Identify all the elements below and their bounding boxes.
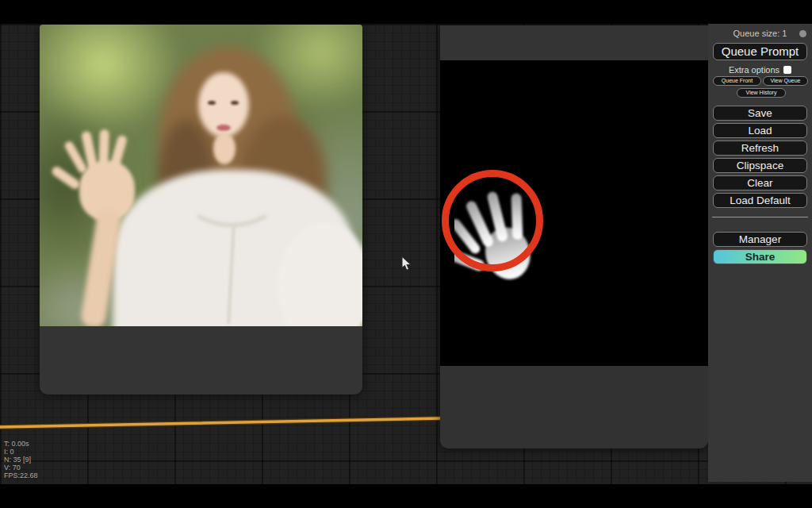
collar-lace (186, 171, 278, 227)
node-header (440, 25, 708, 60)
queue-front-button[interactable]: Queue Front (713, 76, 761, 86)
screen: T: 0.00s I: 0 N: 35 [9] V: 70 FPS:22.68 … (0, 0, 812, 508)
save-button[interactable]: Save (713, 106, 807, 121)
menu-divider (712, 217, 808, 217)
neck (213, 133, 236, 164)
load-default-button[interactable]: Load Default (713, 193, 807, 208)
extra-options-label: Extra options (729, 65, 779, 75)
clear-button[interactable]: Clear (713, 175, 807, 190)
eye (208, 101, 216, 105)
stat-fps: FPS:22.68 (4, 471, 38, 479)
lips (216, 125, 231, 131)
extra-options-row: Extra options (708, 65, 812, 75)
view-history-button[interactable]: View History (737, 88, 786, 98)
clipspace-button[interactable]: Clipspace (713, 158, 807, 173)
depth-preview-image (440, 60, 708, 366)
portrait-preview-image (40, 25, 362, 326)
menu-panel: Queue size: 1 Queue Prompt Extra options… (708, 24, 812, 482)
gear-icon[interactable] (799, 30, 806, 37)
perf-stats: T: 0.00s I: 0 N: 35 [9] V: 70 FPS:22.68 (4, 440, 38, 479)
node-canvas[interactable]: T: 0.00s I: 0 N: 35 [9] V: 70 FPS:22.68 (0, 24, 812, 484)
node-footer (40, 326, 362, 394)
view-queue-button[interactable]: View Queue (763, 76, 808, 86)
eye (231, 101, 239, 105)
letterbox-bottom (0, 484, 812, 508)
stat-version: V: 70 (4, 464, 38, 471)
image-node-portrait[interactable] (40, 25, 362, 394)
red-circle-annotation (442, 170, 543, 271)
stat-time: T: 0.00s (4, 440, 38, 448)
manager-button[interactable]: Manager (713, 232, 807, 247)
letterbox-top (0, 0, 812, 24)
stat-iterations: I: 0 (4, 448, 38, 456)
stat-nodes: N: 35 [9] (4, 456, 38, 464)
queue-prompt-button[interactable]: Queue Prompt (713, 43, 807, 60)
image-node-depth[interactable] (440, 25, 708, 448)
node-footer (440, 366, 708, 448)
queue-size-label: Queue size: 1 (708, 29, 812, 38)
cursor-icon (400, 256, 413, 271)
extra-options-checkbox[interactable] (783, 66, 791, 74)
share-button[interactable]: Share (713, 249, 807, 264)
load-button[interactable]: Load (713, 123, 807, 138)
refresh-button[interactable]: Refresh (713, 140, 807, 156)
